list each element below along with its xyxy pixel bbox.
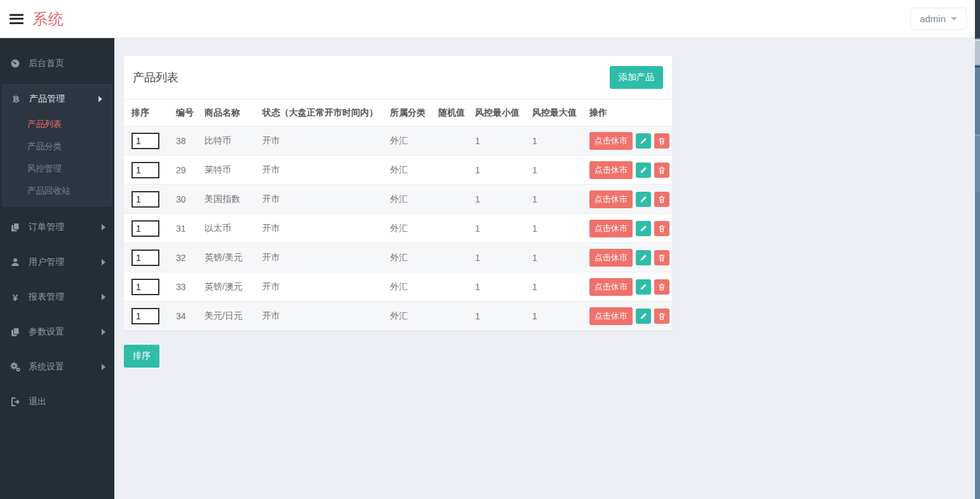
status-cell: 开市 [255, 214, 382, 243]
edit-button[interactable] [636, 250, 651, 265]
sidebar-item-system-settings[interactable]: 系统设置 [0, 353, 114, 381]
sidebar-group-products: ฿ 产品管理 产品列表 产品分类 风控管理 产品回收站 [3, 84, 112, 206]
close-market-button[interactable]: 点击休市 [589, 220, 633, 237]
close-market-button[interactable]: 点击休市 [589, 190, 633, 208]
product-table: 排序 编号 商品名称 状态（大盘正常开市时间内） 所属分类 随机值 风控最小值 … [124, 99, 672, 331]
risk-min-cell: 1 [467, 214, 525, 243]
random-value-cell [431, 272, 467, 302]
table-row: 34 美元/日元 开市 外汇 1 1 点击休市 [124, 302, 672, 331]
scrollbar[interactable] [975, 0, 980, 499]
risk-max-cell: 1 [525, 185, 582, 214]
sidebar-subitem-product-recycle[interactable]: 产品回收站 [3, 180, 111, 202]
edit-button[interactable] [636, 133, 651, 149]
row-actions: 点击休市 [589, 132, 672, 150]
edit-button[interactable] [636, 163, 651, 178]
edit-button[interactable] [636, 192, 651, 207]
sidebar-subitem-product-list[interactable]: 产品列表 [3, 113, 111, 135]
col-header-risk-max: 风控最大值 [525, 100, 582, 126]
sidebar-item-label: 参数设置 [29, 326, 64, 338]
card-header: 产品列表 添加产品 [124, 56, 672, 99]
sort-order-input[interactable] [131, 250, 159, 266]
hamburger-menu-icon[interactable] [10, 14, 23, 24]
edit-button[interactable] [636, 221, 651, 236]
delete-button[interactable] [654, 133, 669, 149]
sidebar-item-order-management[interactable]: 订单管理 [0, 213, 114, 241]
chevron-right-icon [102, 259, 105, 265]
random-value-cell [431, 156, 467, 185]
close-market-button[interactable]: 点击休市 [589, 249, 633, 267]
scrollbar-segment [975, 0, 980, 38]
risk-min-cell: 1 [467, 185, 525, 214]
add-product-button[interactable]: 添加产品 [610, 66, 663, 89]
row-actions: 点击休市 [589, 190, 672, 208]
sidebar-item-parameter-settings[interactable]: 参数设置 [0, 318, 114, 346]
chevron-right-icon [102, 364, 105, 370]
delete-button[interactable] [654, 221, 669, 236]
product-list-card: 产品列表 添加产品 排序 编号 商品名称 状态（大盘正常开市时间内） 所属分类 … [124, 56, 672, 331]
sidebar-item-dashboard[interactable]: 后台首页 [0, 50, 114, 77]
sidebar-subitem-product-category[interactable]: 产品分类 [3, 135, 111, 157]
delete-button[interactable] [654, 309, 669, 324]
sidebar: 后台首页 ฿ 产品管理 产品列表 产品分类 风控管理 产品回收站 订单管理 用户… [0, 38, 114, 499]
random-value-cell [431, 302, 467, 331]
sort-button[interactable]: 排序 [124, 345, 159, 368]
page-title: 产品列表 [133, 70, 178, 85]
sidebar-item-report-management[interactable]: ¥ 报表管理 [0, 283, 114, 311]
trash-icon [658, 312, 666, 320]
delete-button[interactable] [654, 163, 669, 178]
sidebar-item-product-management[interactable]: ฿ 产品管理 [3, 85, 111, 113]
product-name-cell: 莱特币 [197, 156, 255, 185]
dashboard-icon [10, 58, 21, 69]
product-name-cell: 以太币 [197, 214, 255, 243]
edit-button[interactable] [636, 309, 651, 324]
close-market-button[interactable]: 点击休市 [589, 307, 633, 325]
sort-order-input[interactable] [131, 220, 159, 237]
logout-icon [10, 397, 21, 407]
row-actions: 点击休市 [589, 307, 672, 325]
category-cell: 外汇 [382, 302, 431, 331]
table-header-row: 排序 编号 商品名称 状态（大盘正常开市时间内） 所属分类 随机值 风控最小值 … [124, 100, 672, 126]
risk-max-cell: 1 [525, 214, 582, 243]
random-value-cell [431, 185, 467, 214]
risk-max-cell: 1 [525, 126, 582, 156]
chevron-right-icon [102, 294, 105, 300]
risk-min-cell: 1 [467, 126, 525, 156]
delete-button[interactable] [654, 192, 669, 207]
pencil-icon [640, 196, 647, 203]
pencil-icon [640, 225, 647, 232]
risk-min-cell: 1 [467, 243, 525, 272]
user-dropdown[interactable]: admin [910, 8, 967, 30]
edit-button[interactable] [636, 279, 651, 295]
status-cell: 开市 [255, 156, 382, 185]
close-market-button[interactable]: 点击休市 [589, 278, 633, 296]
status-cell: 开市 [255, 272, 382, 302]
product-name-cell: 比特币 [197, 126, 255, 156]
product-name-cell: 英镑/澳元 [197, 272, 255, 302]
files-icon [10, 327, 21, 337]
sort-order-input[interactable] [131, 279, 159, 295]
status-cell: 开市 [255, 302, 382, 331]
risk-max-cell: 1 [525, 302, 582, 331]
sort-order-input[interactable] [131, 133, 159, 149]
table-row: 31 以太币 开市 外汇 1 1 点击休市 [124, 214, 672, 243]
risk-min-cell: 1 [467, 272, 525, 302]
sidebar-item-logout[interactable]: 退出 [0, 388, 114, 416]
sidebar-subitem-risk-management[interactable]: 风控管理 [3, 157, 111, 180]
chevron-right-icon [102, 329, 105, 335]
main-content: 产品列表 添加产品 排序 编号 商品名称 状态（大盘正常开市时间内） 所属分类 … [114, 38, 975, 499]
product-id-cell: 34 [168, 302, 197, 331]
scrollbar-thumb[interactable] [975, 39, 980, 65]
table-row: 32 英镑/美元 开市 外汇 1 1 点击休市 [124, 243, 672, 272]
close-market-button[interactable]: 点击休市 [589, 161, 633, 179]
table-row: 30 美国指数 开市 外汇 1 1 点击休市 [124, 185, 672, 214]
close-market-button[interactable]: 点击休市 [589, 132, 633, 150]
sort-order-input[interactable] [131, 308, 159, 324]
sort-order-input[interactable] [131, 162, 159, 178]
chevron-down-icon [951, 17, 957, 20]
sidebar-item-user-management[interactable]: 用户管理 [0, 248, 114, 276]
delete-button[interactable] [654, 250, 669, 265]
delete-button[interactable] [654, 279, 669, 295]
row-actions: 点击休市 [589, 220, 672, 237]
sort-order-input[interactable] [131, 191, 159, 208]
product-id-cell: 31 [168, 214, 197, 243]
